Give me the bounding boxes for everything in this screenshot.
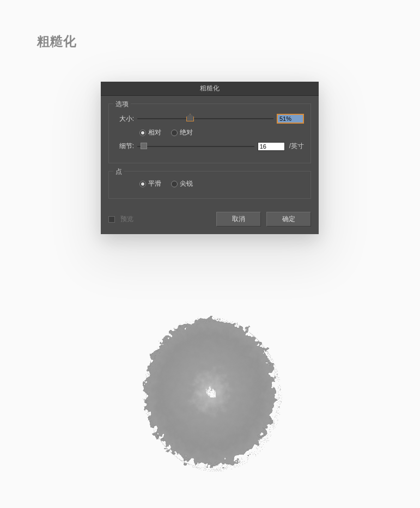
points-section-label: 点 bbox=[113, 167, 124, 176]
points-section: 点 平滑 尖锐 bbox=[108, 171, 311, 199]
size-mode-absolute[interactable]: 绝对 bbox=[171, 128, 193, 137]
cancel-button[interactable]: 取消 bbox=[216, 212, 261, 227]
size-row: 大小: bbox=[115, 114, 304, 124]
roughen-dialog: 粗糙化 选项 大小: 相对 绝对 细 bbox=[101, 82, 319, 234]
size-slider[interactable] bbox=[137, 118, 273, 119]
ok-button[interactable]: 确定 bbox=[266, 212, 311, 227]
dialog-titlebar: 粗糙化 bbox=[101, 82, 319, 96]
corner-label: 尖锐 bbox=[180, 179, 193, 188]
preview-label: 预览 bbox=[120, 215, 211, 224]
dialog-container: 粗糙化 选项 大小: 相对 绝对 细 bbox=[101, 82, 319, 234]
size-mode-group: 相对 绝对 bbox=[139, 128, 304, 137]
options-section-label: 选项 bbox=[113, 100, 131, 109]
detail-slider-handle[interactable] bbox=[141, 143, 147, 149]
effect-preview bbox=[0, 294, 420, 490]
detail-slider[interactable] bbox=[137, 146, 254, 147]
size-input[interactable] bbox=[277, 114, 304, 124]
size-slider-handle[interactable] bbox=[186, 114, 194, 121]
relative-label: 相对 bbox=[148, 128, 161, 137]
smooth-label: 平滑 bbox=[148, 179, 161, 188]
detail-unit: /英寸 bbox=[289, 142, 304, 151]
size-mode-relative[interactable]: 相对 bbox=[139, 128, 161, 137]
points-type-group: 平滑 尖锐 bbox=[139, 179, 304, 188]
preview-checkbox[interactable] bbox=[108, 216, 115, 223]
radio-icon bbox=[171, 130, 178, 136]
dialog-footer: 预览 取消 确定 bbox=[101, 206, 319, 234]
points-smooth[interactable]: 平滑 bbox=[139, 179, 161, 188]
detail-row: 细节: /英寸 bbox=[115, 142, 304, 151]
radio-icon bbox=[171, 181, 178, 187]
detail-label: 细节: bbox=[115, 142, 134, 151]
options-section: 选项 大小: 相对 绝对 细节: bbox=[108, 103, 311, 163]
radio-icon bbox=[139, 130, 146, 136]
roughened-shape bbox=[134, 310, 287, 474]
absolute-label: 绝对 bbox=[180, 128, 193, 137]
page-title: 粗糙化 bbox=[37, 33, 409, 50]
detail-input[interactable] bbox=[258, 142, 285, 151]
size-label: 大小: bbox=[115, 114, 134, 124]
points-corner[interactable]: 尖锐 bbox=[171, 179, 193, 188]
radio-icon bbox=[139, 181, 146, 187]
svg-point-3 bbox=[206, 388, 215, 396]
